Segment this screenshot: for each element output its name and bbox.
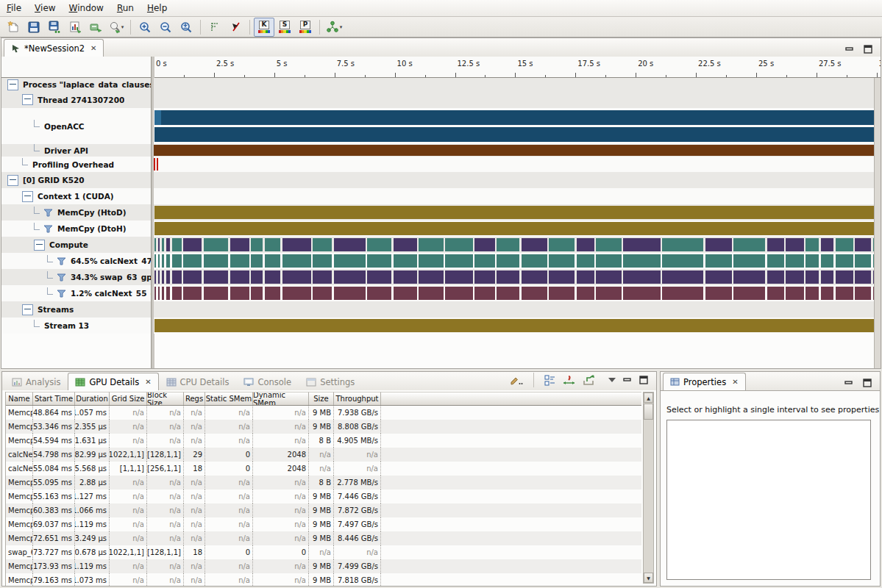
- collapse-minus-icon[interactable]: [22, 304, 33, 315]
- timeline-interval[interactable]: [154, 319, 874, 332]
- timeline-interval[interactable]: [230, 287, 249, 300]
- timeline-interval[interactable]: [334, 270, 366, 284]
- table-row[interactable]: calcNext154.798 ms282.99 µs[1022,1,1][12…: [6, 448, 641, 462]
- timeline-tree-row[interactable]: 34.3% swap_63_gpu: [1, 269, 151, 285]
- timeline-interval[interactable]: [172, 270, 182, 284]
- maximize-icon[interactable]: [863, 379, 872, 387]
- timeline-interval[interactable]: [522, 270, 547, 284]
- timeline-tree-row[interactable]: Compute: [1, 237, 151, 253]
- zoom-out-icon[interactable]: [155, 18, 176, 37]
- minimize-icon[interactable]: [845, 46, 855, 54]
- menu-window[interactable]: Window: [63, 0, 110, 16]
- view-menu-icon[interactable]: [608, 377, 616, 383]
- timeline-interval[interactable]: [623, 238, 661, 251]
- timeline-interval[interactable]: [265, 254, 280, 268]
- filter-icon[interactable]: [57, 257, 66, 265]
- stream-view-icon[interactable]: S: [274, 18, 295, 37]
- timeline-interval[interactable]: [162, 270, 164, 284]
- timeline-interval[interactable]: [154, 110, 874, 125]
- timeline-interval[interactable]: [154, 127, 874, 142]
- timeline-interval[interactable]: [419, 287, 443, 300]
- scrollbar-thumb[interactable]: [644, 404, 653, 420]
- timeline-interval[interactable]: [419, 270, 443, 284]
- close-icon[interactable]: ✕: [90, 44, 96, 52]
- menu-help[interactable]: Help: [141, 0, 174, 16]
- timeline-interval[interactable]: [522, 254, 547, 268]
- timeline-interval[interactable]: [282, 270, 311, 284]
- timeline-interval[interactable]: [183, 270, 202, 284]
- timeline-tree-row[interactable]: Stream 13: [1, 318, 151, 334]
- timeline-interval[interactable]: [662, 270, 703, 284]
- timeline-tree-row[interactable]: Context 1 (CUDA): [1, 188, 151, 204]
- timeline-tree-row[interactable]: MemCpy (DtoH): [1, 220, 151, 237]
- timeline-interval[interactable]: [549, 238, 575, 251]
- timeline-interval[interactable]: [786, 254, 803, 268]
- timeline-interval[interactable]: [733, 254, 765, 268]
- timeline-interval[interactable]: [549, 254, 575, 268]
- arrow-marker-icon[interactable]: [225, 18, 246, 37]
- tree-layout-icon[interactable]: [544, 375, 556, 386]
- table-row[interactable]: Memcpy169.037 ms1.119 msn/an/an/an/an/a9…: [6, 517, 641, 531]
- timeline-interval[interactable]: [474, 270, 494, 284]
- timeline-interval[interactable]: [596, 238, 621, 251]
- timeline-interval[interactable]: [419, 254, 443, 268]
- timeline-interval[interactable]: [497, 270, 519, 284]
- timeline-interval[interactable]: [166, 270, 170, 284]
- column-header-size[interactable]: Size: [309, 392, 334, 406]
- timeline-interval[interactable]: [282, 254, 311, 268]
- timeline-interval[interactable]: [313, 238, 332, 251]
- timeline-interval[interactable]: [251, 238, 263, 251]
- timeline-interval[interactable]: [767, 254, 784, 268]
- column-header-grid-size[interactable]: Grid Size: [110, 392, 147, 406]
- timeline-tree-row[interactable]: 1.2% calcNext_55_g...: [1, 285, 151, 301]
- timeline-interval[interactable]: [855, 287, 871, 300]
- timeline-interval[interactable]: [158, 287, 160, 300]
- timeline-interval[interactable]: [705, 270, 732, 284]
- timeline-interval[interactable]: [577, 254, 594, 268]
- timeline-interval[interactable]: [183, 238, 202, 251]
- timeline-interval[interactable]: [577, 238, 594, 251]
- scrollbar-down-icon[interactable]: ▼: [644, 573, 653, 583]
- column-header-block-size[interactable]: Block Size: [147, 392, 184, 406]
- timeline-interval[interactable]: [172, 254, 182, 268]
- timeline-interval[interactable]: [313, 287, 332, 300]
- menu-file[interactable]: File: [0, 0, 28, 16]
- timeline-interval[interactable]: [767, 238, 784, 251]
- column-header-regs[interactable]: Regs: [184, 392, 205, 406]
- timeline-interval[interactable]: [367, 254, 391, 268]
- filter-icon[interactable]: [43, 225, 53, 233]
- timeline-interval[interactable]: [445, 254, 473, 268]
- timeline-interval[interactable]: [230, 254, 249, 268]
- collapse-minus-icon[interactable]: [22, 94, 33, 105]
- timeline-tree-row[interactable]: [0] GRID K520: [1, 172, 151, 188]
- maximize-icon[interactable]: [639, 376, 649, 384]
- column-header-dynamic-smem[interactable]: Dynamic SMem: [253, 392, 309, 406]
- filter-icon[interactable]: [57, 257, 66, 265]
- timeline-interval[interactable]: [162, 254, 164, 268]
- analysis-fork-icon[interactable]: ▾: [324, 18, 344, 37]
- timeline-interval[interactable]: [282, 238, 311, 251]
- table-row[interactable]: swap_63173.727 ms60.678 µs[1022,1,1][128…: [6, 545, 641, 559]
- table-scrollbar[interactable]: ▲ ▼: [643, 392, 654, 584]
- tab-session[interactable]: *NewSession2 ✕: [4, 39, 104, 57]
- timeline-interval[interactable]: [183, 254, 202, 268]
- timeline-interval[interactable]: [251, 254, 263, 268]
- timeline-interval[interactable]: [786, 287, 803, 300]
- timeline-interval[interactable]: [733, 238, 765, 251]
- timeline-interval[interactable]: [662, 254, 703, 268]
- timeline-interval[interactable]: [204, 287, 228, 300]
- timeline-tree-row[interactable]: Process "laplace_data_clauses 10...: [1, 78, 151, 91]
- export-icon[interactable]: [583, 375, 595, 386]
- timeline-interval[interactable]: [154, 254, 156, 268]
- timeline-interval[interactable]: [549, 270, 575, 284]
- timeline-interval[interactable]: [166, 238, 170, 251]
- timeline-interval[interactable]: [786, 238, 803, 251]
- timeline-interval[interactable]: [596, 287, 621, 300]
- timeline-interval[interactable]: [522, 287, 547, 300]
- timeline-interval[interactable]: [419, 238, 443, 251]
- timeline-interval[interactable]: [230, 270, 249, 284]
- collapse-minus-icon[interactable]: [22, 191, 33, 202]
- timeline-interval[interactable]: [705, 254, 732, 268]
- timeline-tree-row[interactable]: Thread 2741307200: [1, 91, 151, 108]
- timeline-interval[interactable]: [158, 238, 160, 251]
